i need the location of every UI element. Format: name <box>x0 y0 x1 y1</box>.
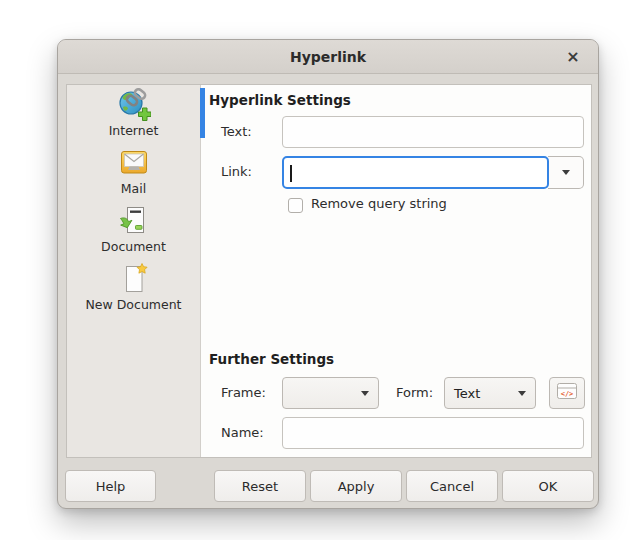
sidebar-item-mail[interactable]: Mail <box>67 143 200 201</box>
sidebar-item-new-document[interactable]: New Document <box>67 259 200 317</box>
link-combobox-input[interactable] <box>282 156 549 189</box>
sidebar-item-label: Internet <box>67 123 200 138</box>
events-button[interactable]: </> <box>549 377 585 409</box>
new-document-icon <box>67 262 200 296</box>
dialog-title: Hyperlink <box>58 40 598 74</box>
name-field-label: Name: <box>221 425 264 440</box>
text-input[interactable] <box>282 116 584 148</box>
internet-icon <box>67 88 200 122</box>
apply-button[interactable]: Apply <box>310 470 402 502</box>
dialog-content-panel: Internet Mail <box>66 84 592 458</box>
events-code-icon: </> <box>557 383 577 404</box>
sidebar-item-document[interactable]: Document <box>67 201 200 259</box>
name-input[interactable] <box>282 417 584 449</box>
form-field-label: Form: <box>396 385 433 400</box>
sidebar-item-label: Mail <box>67 181 200 196</box>
link-field-label: Link: <box>221 164 252 179</box>
cancel-button[interactable]: Cancel <box>406 470 498 502</box>
close-icon[interactable]: × <box>560 40 586 74</box>
hyperlink-settings-heading: Hyperlink Settings <box>209 92 351 108</box>
sidebar-item-label: New Document <box>67 297 200 312</box>
mail-icon <box>67 146 200 180</box>
sidebar-item-internet[interactable]: Internet <box>67 85 200 143</box>
form-dropdown-value: Text <box>454 386 480 401</box>
selected-category-indicator <box>200 88 205 138</box>
text-cursor <box>290 165 292 182</box>
form-dropdown[interactable]: Text <box>444 377 536 409</box>
ok-button[interactable]: OK <box>502 470 594 502</box>
dialog-titlebar[interactable]: Hyperlink × <box>58 40 598 74</box>
document-icon <box>67 204 200 238</box>
hyperlink-dialog: Hyperlink × <box>57 39 599 509</box>
chevron-down-icon <box>361 391 369 396</box>
desktop-background: Hyperlink × <box>0 0 636 540</box>
sidebar-item-label: Document <box>67 239 200 254</box>
chevron-down-icon <box>518 391 526 396</box>
svg-text:</>: </> <box>561 389 574 397</box>
remove-query-string-label[interactable]: Remove query string <box>311 196 447 211</box>
frame-dropdown[interactable] <box>282 377 379 409</box>
remove-query-string-checkbox[interactable] <box>288 198 303 213</box>
reset-button[interactable]: Reset <box>214 470 306 502</box>
settings-area: Hyperlink Settings Text: Link: Remove qu… <box>201 85 591 457</box>
link-dropdown-button[interactable] <box>548 156 584 189</box>
category-sidebar: Internet Mail <box>67 85 201 457</box>
text-field-label: Text: <box>221 124 252 139</box>
frame-field-label: Frame: <box>221 385 266 400</box>
help-button[interactable]: Help <box>65 470 156 502</box>
chevron-down-icon <box>562 170 570 175</box>
further-settings-heading: Further Settings <box>209 351 334 367</box>
